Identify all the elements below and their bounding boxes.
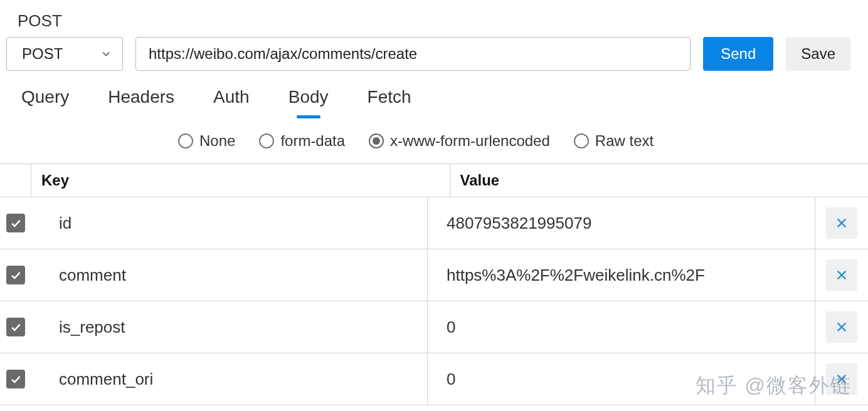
table-row: comment https%3A%2F%2Fweikelink.cn%2F — [0, 249, 868, 301]
method-label: POST — [22, 45, 63, 63]
body-type-none[interactable]: None — [178, 132, 235, 150]
delete-row-button[interactable] — [826, 311, 857, 343]
body-type-formdata[interactable]: form-data — [259, 132, 345, 150]
close-icon — [835, 372, 849, 386]
body-type-label: None — [199, 132, 235, 150]
check-icon — [9, 269, 22, 281]
chevron-down-icon — [100, 48, 112, 60]
check-icon — [9, 217, 22, 229]
page-title: POST — [0, 0, 868, 37]
tabs: Query Headers Auth Body Fetch — [0, 78, 868, 118]
body-type-urlencoded[interactable]: x-www-form-urlencoded — [369, 132, 550, 150]
close-icon — [835, 216, 849, 230]
body-type-options: None form-data x-www-form-urlencoded Raw… — [0, 118, 868, 164]
check-icon — [9, 373, 22, 385]
row-checkbox[interactable] — [6, 266, 25, 284]
url-input[interactable] — [135, 37, 691, 71]
column-header-value: Value — [450, 164, 869, 197]
body-type-label: Raw text — [595, 132, 654, 150]
radio-icon — [369, 133, 384, 148]
delete-row-button[interactable] — [826, 363, 857, 395]
tab-auth[interactable]: Auth — [213, 87, 250, 118]
table-row: comment_ori 0 — [0, 353, 868, 405]
tab-body[interactable]: Body — [288, 87, 329, 118]
check-icon — [9, 321, 22, 333]
send-button[interactable]: Send — [703, 37, 773, 71]
request-bar: POST Send Save — [0, 37, 868, 78]
method-select[interactable]: POST — [6, 37, 123, 71]
body-type-label: form-data — [280, 132, 345, 150]
param-key[interactable]: comment — [31, 249, 428, 301]
delete-row-button[interactable] — [826, 259, 857, 291]
table-row: id 4807953821995079 — [0, 197, 868, 249]
column-header-key: Key — [31, 164, 450, 197]
close-icon — [835, 320, 849, 334]
tab-fetch[interactable]: Fetch — [368, 87, 411, 118]
table-row: is_repost 0 — [0, 301, 868, 353]
save-button[interactable]: Save — [786, 37, 850, 71]
param-key[interactable]: comment_ori — [31, 353, 428, 405]
param-key[interactable]: id — [31, 197, 428, 249]
delete-row-button[interactable] — [826, 207, 857, 239]
row-checkbox[interactable] — [6, 318, 25, 336]
param-key[interactable]: is_repost — [31, 301, 428, 353]
radio-icon — [178, 133, 193, 148]
body-type-label: x-www-form-urlencoded — [390, 132, 550, 150]
params-body: id 4807953821995079 comment https%3A%2F%… — [0, 197, 868, 405]
tab-query[interactable]: Query — [21, 87, 69, 118]
close-icon — [835, 268, 849, 282]
param-value[interactable]: 4807953821995079 — [428, 197, 815, 249]
body-type-rawtext[interactable]: Raw text — [574, 132, 654, 150]
params-header: Key Value — [0, 164, 868, 197]
radio-icon — [574, 133, 589, 148]
param-value[interactable]: https%3A%2F%2Fweikelink.cn%2F — [428, 249, 815, 301]
tab-headers[interactable]: Headers — [108, 87, 174, 118]
row-checkbox[interactable] — [6, 214, 25, 232]
param-value[interactable]: 0 — [428, 353, 815, 405]
row-checkbox[interactable] — [6, 370, 25, 388]
param-value[interactable]: 0 — [428, 301, 815, 353]
radio-icon — [259, 133, 274, 148]
